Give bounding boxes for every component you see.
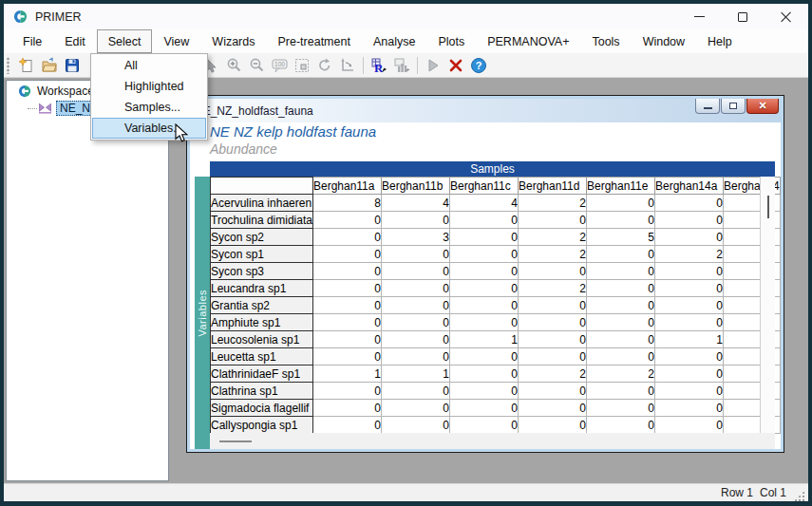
data-cell[interactable]: 0 [586,383,654,400]
menu-edit[interactable]: Edit [53,29,97,53]
row-label[interactable]: Leucosolenia sp1 [211,331,313,348]
data-cell[interactable]: 0 [654,263,723,280]
data-cell[interactable]: 0 [312,212,381,229]
data-cell[interactable]: 0 [654,195,723,212]
data-cell[interactable]: 0 [518,417,586,434]
data-cell[interactable]: 0 [449,314,518,331]
data-cell[interactable]: 0 [381,400,449,417]
column-header[interactable]: Berghan11d [518,178,586,195]
data-cell[interactable]: 0 [654,348,723,365]
data-cell[interactable]: 0 [312,280,381,297]
new-workspace-button[interactable] [15,55,38,76]
data-cell[interactable]: 0 [381,314,449,331]
data-cell[interactable]: 1 [654,331,723,348]
data-cell[interactable]: 0 [518,400,586,417]
data-cell[interactable]: 5 [586,229,654,246]
data-cell[interactable]: 2 [518,365,586,383]
row-label[interactable]: Acervulina inhaeren [211,195,313,212]
column-header[interactable]: Berghan11b [381,178,449,195]
data-cell[interactable]: 0 [449,229,518,246]
horizontal-scrollbar-thumb[interactable] [219,440,252,442]
data-cell[interactable]: 0 [381,212,449,229]
data-cell[interactable]: 0 [449,212,518,229]
menu-file[interactable]: File [11,29,53,53]
data-cell[interactable]: 0 [518,314,586,331]
data-cell[interactable]: 2 [518,280,586,297]
menu-select[interactable]: Select [97,29,153,53]
data-cell[interactable]: 0 [381,331,449,348]
column-header[interactable]: Berghan11c [449,178,518,195]
toolbar-grip[interactable] [7,57,9,74]
data-cell[interactable]: 0 [654,229,723,246]
row-label[interactable]: Trochulina dimidiata [211,212,313,229]
data-cell[interactable]: 0 [654,212,723,229]
datasheet-close-button[interactable]: ✕ [746,99,779,114]
data-cell[interactable]: 0 [381,263,449,280]
data-cell[interactable]: 1 [312,365,381,383]
rotate-button[interactable] [313,55,336,76]
data-cell[interactable]: 0 [449,297,518,314]
data-cell[interactable]: 0 [586,400,654,417]
data-cell[interactable]: 0 [381,280,449,297]
data-cell[interactable]: 0 [312,383,381,400]
row-label[interactable]: Sycon sp3 [211,263,313,280]
run-button[interactable] [422,55,444,76]
delete-button[interactable] [444,55,467,76]
row-label[interactable]: Sycon sp2 [211,229,313,246]
row-label[interactable]: Sigmadocia flagellif [211,400,313,417]
data-cell[interactable]: 0 [381,246,449,263]
menu-item-variables[interactable]: Variables... [92,118,206,139]
data-cell[interactable]: 2 [518,246,586,263]
row-label[interactable]: Amphiute sp1 [211,314,313,331]
help-button[interactable]: ? [467,55,490,76]
vertical-scrollbar[interactable] [760,177,775,433]
data-cell[interactable]: 0 [654,400,723,417]
data-cell[interactable]: 0 [586,348,654,365]
data-cell[interactable]: 0 [518,212,586,229]
data-cell[interactable]: 1 [449,331,518,348]
column-header[interactable]: Berghan11a [312,178,381,195]
row-label[interactable]: Clathrina sp1 [211,383,313,400]
menu-wizards[interactable]: Wizards [200,29,266,53]
data-cell[interactable]: 2 [654,246,723,263]
vertical-scrollbar-thumb[interactable] [767,196,769,218]
datasheet-restore-button[interactable] [721,99,746,114]
row-label[interactable]: Grantia sp2 [211,297,313,314]
data-cell[interactable]: 0 [449,280,518,297]
data-cell[interactable]: 0 [586,297,654,314]
row-label[interactable]: Leucandra sp1 [211,280,313,297]
menu-analyse[interactable]: Analyse [362,29,426,53]
data-cell[interactable]: 0 [449,263,518,280]
data-cell[interactable]: 0 [586,263,654,280]
data-cell[interactable]: 0 [654,417,723,434]
data-cell[interactable]: 2 [518,229,586,246]
menu-window[interactable]: Window [632,29,696,53]
data-cell[interactable]: 0 [312,417,381,434]
data-cell[interactable]: 0 [654,280,723,297]
data-cell[interactable]: 3 [381,229,449,246]
column-header[interactable]: Berghan11e [586,178,654,195]
data-cell[interactable]: 0 [449,400,518,417]
horizontal-scrollbar[interactable] [210,433,760,449]
data-cell[interactable]: 0 [449,383,518,400]
resize-grip[interactable] [794,491,804,501]
data-cell[interactable]: 0 [381,383,449,400]
data-cell[interactable]: 0 [518,297,586,314]
data-cell[interactable]: 0 [312,348,381,365]
data-cell[interactable]: 0 [312,331,381,348]
data-cell[interactable]: 0 [654,314,723,331]
zoom-out-button[interactable] [245,55,268,76]
row-label[interactable]: Callyspongia sp1 [211,417,313,434]
data-cell[interactable]: 2 [518,195,586,212]
data-cell[interactable]: 0 [654,365,723,383]
data-cell[interactable]: 4 [381,195,449,212]
data-cell[interactable]: 2 [586,365,654,383]
menu-item-highlighted[interactable]: Highlighted [92,76,206,97]
data-cell[interactable]: 0 [312,263,381,280]
menu-item-all[interactable]: All [92,55,206,76]
rotate-axes-button[interactable] [336,55,359,76]
band-select-button[interactable] [291,55,313,76]
data-cell[interactable]: 0 [381,297,449,314]
data-cell[interactable]: 0 [449,246,518,263]
save-workspace-button[interactable] [61,55,84,76]
